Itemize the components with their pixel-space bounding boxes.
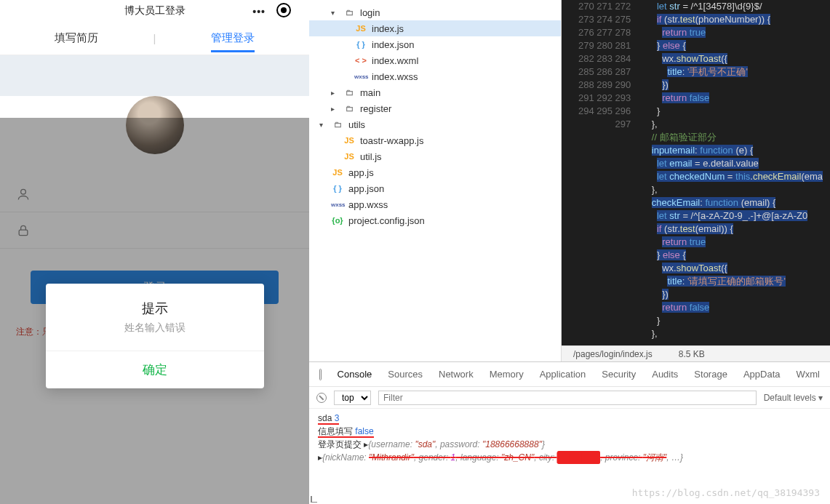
folder-icon: 🗀 bbox=[343, 88, 356, 97]
context-select[interactable]: top bbox=[334, 391, 371, 405]
tab-admin-login[interactable]: 管理登录 bbox=[156, 31, 309, 45]
devtools-tab-audits[interactable]: Audits bbox=[652, 369, 678, 380]
chevron-icon: ▸ bbox=[331, 105, 338, 113]
page-title: 博大员工登录 bbox=[124, 4, 185, 17]
dialog-ok-button[interactable]: 确定 bbox=[46, 351, 264, 388]
code-body[interactable]: let str = /^1[34578]\d{9}$/ if (str.test… bbox=[641, 0, 830, 345]
tree-item-label: toastr-wxapp.js bbox=[360, 135, 423, 146]
tree-item-register[interactable]: ▸🗀register bbox=[309, 100, 561, 116]
phone-navbar: 博大员工登录 ••• bbox=[0, 0, 309, 22]
chevron-icon: ▸ bbox=[331, 89, 338, 97]
devtools-tab-security[interactable]: Security bbox=[602, 369, 636, 380]
tree-item-login[interactable]: ▾🗀login bbox=[309, 4, 561, 20]
tree-item-index-json[interactable]: { }index.json bbox=[309, 36, 561, 52]
chevron-icon: ▾ bbox=[331, 9, 338, 17]
more-icon[interactable]: ••• bbox=[252, 6, 266, 17]
dialog-message: 姓名输入错误 bbox=[46, 321, 264, 351]
tree-item-toastr-wxapp-js[interactable]: JStoastr-wxapp.js bbox=[309, 132, 561, 148]
tree-item-label: register bbox=[360, 103, 391, 114]
watermark: https://blog.csdn.net/qq_38194393 bbox=[632, 487, 820, 498]
json-icon: { } bbox=[331, 184, 344, 193]
devtools-tab-network[interactable]: Network bbox=[439, 369, 474, 380]
inspect-icon[interactable] bbox=[319, 369, 322, 380]
folder-icon: 🗀 bbox=[343, 8, 356, 17]
devtools-tab-sources[interactable]: Sources bbox=[388, 369, 423, 380]
file-explorer[interactable]: ▾🗀loginJSindex.js{ }index.json< >index.w… bbox=[309, 0, 562, 361]
filter-input[interactable] bbox=[378, 391, 757, 405]
dialog-title: 提示 bbox=[46, 284, 264, 321]
devtools-tab-storage[interactable]: Storage bbox=[694, 369, 727, 380]
js-icon: JS bbox=[331, 168, 344, 177]
target-icon[interactable] bbox=[276, 3, 291, 17]
console-line: sda 3 bbox=[318, 412, 821, 425]
js-icon: JS bbox=[343, 152, 356, 161]
devtools-tab-application[interactable]: Application bbox=[540, 369, 586, 380]
devtools-tab-memory[interactable]: Memory bbox=[490, 369, 524, 380]
cfg-icon: {o} bbox=[331, 216, 344, 225]
resize-corner-icon[interactable] bbox=[309, 494, 319, 504]
tree-item-label: app.js bbox=[348, 167, 374, 178]
line-gutter: 270 271 272 273 274 275 276 277 278 279 … bbox=[562, 0, 641, 345]
wxss-icon: wxss bbox=[331, 201, 344, 208]
tab-fill-resume[interactable]: 填写简历 bbox=[0, 31, 153, 45]
phone-tabs: 填写简历 | 管理登录 bbox=[0, 22, 309, 55]
tree-item-label: utils bbox=[348, 119, 365, 130]
tree-item-project-config-json[interactable]: {o}project.config.json bbox=[309, 212, 561, 228]
js-icon: JS bbox=[354, 24, 367, 33]
js-icon: JS bbox=[343, 136, 356, 145]
tree-item-index-wxss[interactable]: wxssindex.wxss bbox=[309, 68, 561, 84]
clear-console-icon[interactable] bbox=[316, 393, 327, 403]
editor-statusbar: /pages/login/index.js 8.5 KB bbox=[562, 345, 830, 361]
folder-icon: 🗀 bbox=[331, 120, 344, 129]
folder-icon: 🗀 bbox=[343, 104, 356, 113]
tree-item-app-js[interactable]: JSapp.js bbox=[309, 164, 561, 180]
tree-item-label: login bbox=[360, 7, 380, 18]
devtools-panel: ConsoleSourcesNetworkMemoryApplicationSe… bbox=[309, 361, 830, 504]
tree-item-label: main bbox=[360, 87, 380, 98]
tree-item-index-js[interactable]: JSindex.js bbox=[309, 20, 561, 36]
devtools-tab-console[interactable]: Console bbox=[338, 369, 372, 380]
phone-body: 登录 注意：只有在职人员方可登录 提示 姓名输入错误 确定 bbox=[0, 96, 309, 504]
tree-item-label: project.config.json bbox=[348, 215, 425, 226]
file-path: /pages/login/index.js bbox=[573, 349, 653, 359]
tree-item-label: index.js bbox=[372, 23, 404, 34]
wxss-icon: wxss bbox=[354, 73, 367, 80]
devtools-tab-wxml[interactable]: Wxml bbox=[797, 369, 821, 380]
file-size: 8.5 KB bbox=[679, 349, 705, 359]
tree-item-label: util.js bbox=[360, 151, 382, 162]
devtools-tab-appdata[interactable]: AppData bbox=[743, 369, 781, 380]
tree-item-label: index.wxss bbox=[372, 71, 418, 82]
console-toolbar: top Default levels ▾ bbox=[309, 387, 830, 409]
tree-item-app-json[interactable]: { }app.json bbox=[309, 180, 561, 196]
tree-item-label: index.wxml bbox=[372, 55, 418, 66]
code-editor: 270 271 272 273 274 275 276 277 278 279 … bbox=[562, 0, 830, 361]
wxml-icon: < > bbox=[354, 56, 367, 65]
tree-item-util-js[interactable]: JSutil.js bbox=[309, 148, 561, 164]
console-line: ▸{nickName: "Mithrandir", gender: 1, lan… bbox=[318, 451, 821, 464]
phone-simulator: 博大员工登录 ••• 填写简历 | 管理登录 登录 注意：只有在职人员方可登录 … bbox=[0, 0, 309, 504]
tree-item-label: app.wxss bbox=[348, 199, 388, 210]
tree-item-main[interactable]: ▸🗀main bbox=[309, 84, 561, 100]
alert-dialog: 提示 姓名输入错误 确定 bbox=[46, 284, 264, 388]
tree-item-utils[interactable]: ▾🗀utils bbox=[309, 116, 561, 132]
tree-item-index-wxml[interactable]: < >index.wxml bbox=[309, 52, 561, 68]
log-levels[interactable]: Default levels ▾ bbox=[764, 393, 823, 403]
tree-item-label: app.json bbox=[348, 183, 384, 194]
chevron-icon: ▾ bbox=[319, 121, 327, 129]
tree-item-app-wxss[interactable]: wxssapp.wxss bbox=[309, 196, 561, 212]
console-line: 登录页提交 ▸{username: "sda", password: "1886… bbox=[318, 438, 821, 451]
devtools-tabs: ConsoleSourcesNetworkMemoryApplicationSe… bbox=[309, 362, 830, 387]
code-area[interactable]: 270 271 272 273 274 275 276 277 278 279 … bbox=[562, 0, 830, 345]
tree-item-label: index.json bbox=[372, 39, 415, 50]
console-line: 信息填写 false bbox=[318, 425, 821, 438]
json-icon: { } bbox=[354, 40, 367, 49]
